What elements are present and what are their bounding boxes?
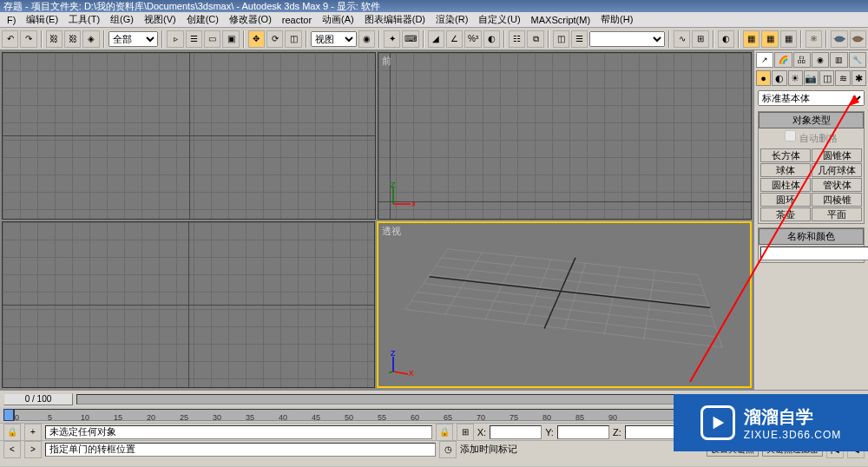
sphere-button[interactable]: 球体 (760, 163, 811, 177)
curve-editor-icon[interactable]: ∿ (674, 30, 690, 48)
menu-file[interactable]: F) (2, 15, 21, 25)
menu-graph[interactable]: 图表编辑器(D) (359, 13, 431, 26)
lock-icon[interactable]: 🔒 (3, 424, 21, 441)
viewport-top-left[interactable] (2, 52, 376, 220)
percent-snap-icon[interactable]: %³ (464, 30, 481, 48)
geosphere-button[interactable]: 几何球体 (812, 163, 862, 177)
z-input[interactable] (625, 425, 677, 439)
cameras-icon[interactable]: 📷 (804, 70, 819, 86)
tick-label: 30 (213, 413, 221, 422)
render-icon[interactable]: ▦ (761, 30, 778, 48)
watermark: 溜溜自学 ZIXUE.3D66.COM (674, 394, 868, 451)
render-scene-icon[interactable]: ▦ (743, 30, 760, 48)
select-manipulate-icon[interactable]: ✦ (384, 30, 400, 48)
menu-reactor[interactable]: reactor (277, 15, 317, 25)
motion-tab-icon[interactable]: ◉ (812, 52, 829, 68)
undo-icon[interactable]: ↶ (2, 30, 18, 48)
menu-tools[interactable]: 工具(T) (63, 13, 105, 26)
lock-sel-icon[interactable]: 🔒 (436, 424, 453, 441)
align-icon[interactable]: ◫ (553, 30, 569, 48)
tick-label: 65 (444, 413, 452, 422)
cone-button[interactable]: 圆锥体 (812, 148, 862, 162)
cylinder-button[interactable]: 圆柱体 (760, 178, 811, 192)
listener-icon[interactable]: > (24, 441, 42, 458)
viewport-perspective[interactable]: 透视 (377, 221, 752, 389)
svg-line-13 (445, 252, 483, 314)
mirror-icon[interactable]: ⧉ (527, 30, 543, 48)
abs-rel-icon[interactable]: ⊞ (457, 424, 474, 441)
y-input[interactable] (557, 425, 609, 439)
modify-tab-icon[interactable]: 🌈 (774, 52, 792, 68)
menu-help[interactable]: 帮助(H) (595, 13, 638, 26)
quick-render-icon[interactable]: ▦ (780, 30, 797, 48)
keyboard-icon[interactable]: ⌨ (402, 30, 418, 48)
object-name-input[interactable] (760, 247, 868, 260)
named-sel-icon[interactable]: ☷ (509, 30, 525, 48)
select-region-icon[interactable]: ▭ (204, 30, 220, 48)
shapes-icon[interactable]: ◐ (772, 70, 786, 86)
menu-animation[interactable]: 动画(A) (317, 13, 359, 26)
menu-views[interactable]: 视图(V) (139, 13, 181, 26)
viewport-top-right[interactable]: 前 xz (378, 52, 752, 220)
add-icon[interactable]: + (24, 424, 42, 441)
category-select[interactable]: 标准基本体 (758, 90, 865, 106)
link-icon[interactable]: ⛓ (46, 30, 62, 48)
script-icon[interactable]: < (3, 441, 21, 458)
objtype-rollout-header[interactable]: 对象类型 (759, 112, 864, 128)
move-icon[interactable]: ✥ (248, 30, 265, 48)
svg-line-24 (389, 372, 393, 374)
selection-filter-select[interactable]: 全部 (108, 31, 159, 47)
display-tab-icon[interactable]: ▥ (830, 52, 847, 68)
autogrid-checkbox[interactable]: 自动删格 (759, 128, 864, 147)
menu-render[interactable]: 渲染(R) (431, 13, 473, 26)
menu-edit[interactable]: 编辑(E) (21, 13, 63, 26)
menu-modifiers[interactable]: 修改器(O) (224, 13, 277, 26)
unlink-icon[interactable]: ⛓ (64, 30, 81, 48)
menu-maxscript[interactable]: MAXScript(M) (526, 15, 595, 25)
x-input[interactable] (490, 425, 542, 439)
lights-icon[interactable]: ☀ (788, 70, 803, 86)
time-tag-icon[interactable]: ◷ (439, 441, 457, 458)
helpers-icon[interactable]: ◫ (819, 70, 834, 86)
spacewarps-icon[interactable]: ≋ (835, 70, 850, 86)
tube-button[interactable]: 管状体 (812, 178, 862, 192)
viewport-bottom-left[interactable] (2, 221, 375, 389)
rotate-icon[interactable]: ⟳ (266, 30, 283, 48)
material-icon[interactable]: ◐ (718, 30, 734, 48)
axis-gizmo-icon: x z (389, 350, 415, 376)
window-crossing-icon[interactable]: ▣ (222, 30, 239, 48)
systems-icon[interactable]: ✱ (852, 70, 866, 86)
utilities-tab-icon[interactable]: 🔧 (849, 52, 866, 68)
namecolor-rollout-header[interactable]: 名称和颜色 (759, 228, 864, 245)
ref-coord-select[interactable]: 视图 (311, 31, 357, 47)
plane-button[interactable]: 平面 (812, 207, 862, 221)
redo-icon[interactable]: ↷ (20, 30, 36, 48)
box-button[interactable]: 长方体 (760, 148, 811, 162)
create-tab-icon[interactable]: ↗ (756, 52, 773, 68)
hierarchy-tab-icon[interactable]: 品 (793, 52, 811, 68)
pyramid-button[interactable]: 四棱锥 (812, 193, 862, 207)
menu-create[interactable]: 创建(C) (181, 13, 224, 26)
select-name-icon[interactable]: ☰ (186, 30, 202, 48)
tick-label: 70 (477, 413, 485, 422)
teapot2-icon[interactable] (850, 30, 866, 48)
scale-icon[interactable]: ◫ (285, 30, 301, 48)
angle-snap-icon[interactable]: ∠ (446, 30, 463, 48)
named-sel-set-select[interactable] (589, 31, 665, 47)
snap-icon[interactable]: ◢ (428, 30, 444, 48)
select-icon[interactable]: ▹ (167, 30, 183, 48)
geometry-icon[interactable]: ● (756, 70, 771, 86)
teapot-button[interactable]: 茶壶 (760, 207, 811, 221)
layers-icon[interactable]: ☰ (571, 30, 588, 48)
teapot1-icon[interactable] (831, 30, 847, 48)
timeline-marker[interactable] (3, 409, 14, 421)
menu-group[interactable]: 组(G) (105, 13, 139, 26)
menu-customize[interactable]: 自定义(U) (473, 13, 525, 26)
torus-button[interactable]: 圆环 (760, 193, 811, 207)
time-slider[interactable]: 0 / 100 (3, 393, 73, 405)
reactor-icon[interactable]: ⚛ (806, 30, 822, 48)
pivot-icon[interactable]: ◉ (358, 30, 375, 48)
bind-icon[interactable]: ◈ (82, 30, 99, 48)
schematic-icon[interactable]: ⊞ (692, 30, 708, 48)
spinner-snap-icon[interactable]: ◐ (483, 30, 500, 48)
